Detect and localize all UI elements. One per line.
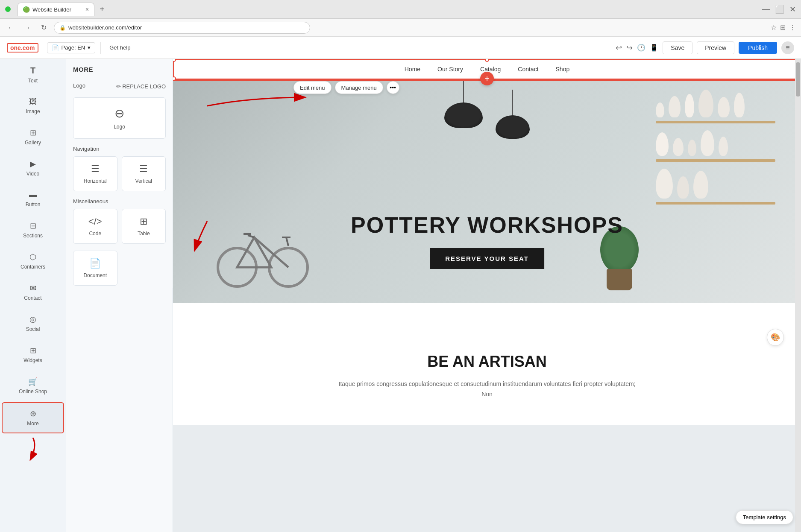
one-logo: one.com — [7, 43, 38, 53]
sidebar-item-widgets[interactable]: ⊞ Widgets — [2, 340, 64, 369]
browser-titlebar: 🟢 Website Builder × + — ⬜ ✕ — [0, 0, 801, 19]
more-icon: ⊕ — [30, 409, 36, 418]
logo-section: Logo ✏ REPLACE LOGO ⊖ Logo — [73, 80, 166, 139]
more-panel: MORE Logo ✏ REPLACE LOGO ⊖ Logo Navigati… — [66, 59, 173, 532]
browser-tab[interactable]: 🟢 Website Builder × — [18, 3, 94, 16]
canvas-scrollbar[interactable] — [795, 59, 801, 532]
image-icon: 🖼 — [29, 97, 37, 106]
sidebar-item-text[interactable]: T Text — [2, 60, 64, 90]
arrow-down-annotation — [0, 434, 66, 467]
sidebar-item-contact[interactable]: ✉ Contact — [2, 278, 64, 307]
nav-more-button[interactable]: ••• — [387, 81, 399, 94]
sidebar-item-sections[interactable]: ⊟ Sections — [2, 215, 64, 245]
edit-menu-button[interactable]: Edit menu — [293, 81, 332, 94]
sidebar-item-more[interactable]: ⊕ More — [2, 402, 64, 433]
refresh-button[interactable]: ↻ — [38, 22, 50, 34]
menu-icon[interactable]: ⋮ — [789, 23, 796, 32]
navigation-items-grid: ☰ Horizontal ☰ Vertical — [73, 156, 166, 191]
minimize-icon[interactable]: — — [762, 5, 770, 14]
hero-content: POTTERY WORKSHOPS RESERVE YOUR SEAT — [351, 212, 623, 269]
sidebar-label-online-shop: Online Shop — [19, 389, 47, 395]
navigation-vertical-card[interactable]: ☰ Vertical — [122, 156, 166, 191]
hero-cta-button[interactable]: RESERVE YOUR SEAT — [430, 248, 544, 269]
artisan-title: BE AN ARTISAN — [190, 353, 784, 371]
horizontal-nav-icon: ☰ — [91, 164, 100, 175]
browser-dots — [5, 6, 11, 12]
page-label: Page: EN — [62, 44, 85, 51]
sidebar-label-sections: Sections — [23, 233, 43, 239]
new-tab-button[interactable]: + — [97, 4, 107, 14]
add-section-button[interactable]: + — [480, 72, 494, 85]
logo-card-label: Logo — [114, 124, 125, 130]
navigation-horizontal-card[interactable]: ☰ Horizontal — [73, 156, 117, 191]
sidebar-item-social[interactable]: ◎ Social — [2, 309, 64, 338]
sidebar-item-gallery[interactable]: ⊞ Gallery — [2, 122, 64, 152]
undo-button[interactable]: ↩ — [616, 43, 622, 53]
sidebar-label-widgets: Widgets — [23, 357, 42, 363]
get-help-button[interactable]: Get help — [106, 43, 134, 53]
mobile-preview-button[interactable]: 📱 — [650, 44, 658, 52]
pottery-shelves — [656, 90, 775, 205]
account-icon[interactable]: ≡ — [781, 41, 794, 54]
nav-catalog[interactable]: Catalog — [480, 66, 501, 73]
document-card[interactable]: 📄 Document — [73, 251, 117, 286]
selection-handle-tc — [485, 59, 489, 62]
bookmark-icon[interactable]: ☆ — [771, 23, 777, 32]
redo-button[interactable]: ↪ — [626, 43, 633, 53]
nav-more-icon: ••• — [390, 84, 396, 91]
artisan-body-text: Itaque primos congressus copulationesque… — [337, 379, 637, 400]
back-button[interactable]: ← — [5, 22, 17, 34]
document-icon: 📄 — [89, 258, 101, 269]
selection-handle-tl — [173, 59, 176, 62]
editor-layout: one.com 📄 Page: EN ▾ Get help ↩ ↪ 🕐 📱 Sa… — [0, 37, 801, 532]
url-bar[interactable]: 🔒 websitebuilder.one.com/editor — [54, 22, 310, 34]
code-label: Code — [89, 231, 101, 237]
page-selector[interactable]: 📄 Page: EN ▾ — [47, 42, 96, 53]
palette-icon[interactable]: 🎨 — [767, 329, 784, 346]
nav-section: Home Our Story Catalog Contact Shop Edit… — [173, 59, 801, 79]
hero-title: POTTERY WORKSHOPS — [351, 212, 623, 238]
dot-green — [5, 6, 11, 12]
video-icon: ▶ — [30, 159, 36, 169]
close-icon[interactable]: ✕ — [789, 5, 796, 14]
sidebar-item-button[interactable]: ▬ Button — [2, 184, 64, 213]
publish-button[interactable]: Publish — [739, 42, 777, 54]
table-card[interactable]: ⊞ Table — [122, 209, 166, 244]
logo-icon: ⊖ — [114, 106, 124, 120]
scrollbar-thumb[interactable] — [796, 62, 800, 96]
sidebar-item-online-shop[interactable]: 🛒 Online Shop — [2, 371, 64, 400]
page-icon: 📄 — [52, 44, 59, 51]
hero-background: POTTERY WORKSHOPS RESERVE YOUR SEAT — [173, 81, 801, 303]
button-icon: ▬ — [29, 190, 37, 199]
shelf-board-3 — [656, 202, 775, 205]
save-button[interactable]: Save — [663, 41, 692, 54]
table-label: Table — [138, 231, 150, 237]
containers-icon: ⬡ — [29, 252, 36, 262]
tab-close-button[interactable]: × — [85, 6, 89, 13]
nav-shop[interactable]: Shop — [556, 66, 570, 73]
sidebar-item-image[interactable]: 🖼 Image — [2, 91, 64, 120]
url-text: websitebuilder.one.com/editor — [68, 24, 142, 31]
canvas-area[interactable]: Home Our Story Catalog Contact Shop Edit… — [173, 59, 801, 532]
bicycle — [216, 203, 310, 290]
code-card[interactable]: </> Code — [73, 209, 117, 244]
restore-icon[interactable]: ⬜ — [775, 5, 784, 14]
forward-button[interactable]: → — [21, 22, 33, 34]
replace-logo-button[interactable]: ✏ REPLACE LOGO — [116, 83, 166, 90]
manage-menu-button[interactable]: Manage menu — [335, 81, 383, 94]
preview-button[interactable]: Preview — [697, 41, 734, 54]
address-icons: ☆ ⊞ ⋮ — [771, 23, 796, 32]
sidebar-item-video[interactable]: ▶ Video — [2, 153, 64, 183]
logo-card[interactable]: ⊖ Logo — [73, 97, 166, 139]
nav-contact[interactable]: Contact — [518, 66, 538, 73]
tab-favicon: 🟢 — [23, 6, 29, 12]
history-button[interactable]: 🕐 — [637, 44, 645, 52]
template-settings-button[interactable]: Template settings — [736, 510, 793, 524]
vertical-nav-label: Vertical — [135, 178, 152, 184]
topbar-right: ↩ ↪ 🕐 📱 Save Preview Publish ≡ — [616, 41, 794, 54]
nav-home[interactable]: Home — [405, 66, 420, 73]
nav-our-story[interactable]: Our Story — [437, 66, 463, 73]
artisan-section: 🎨 BE AN ARTISAN Itaque primos congressus… — [173, 303, 801, 425]
extensions-icon[interactable]: ⊞ — [780, 23, 786, 32]
sidebar-item-containers[interactable]: ⬡ Containers — [2, 246, 64, 276]
